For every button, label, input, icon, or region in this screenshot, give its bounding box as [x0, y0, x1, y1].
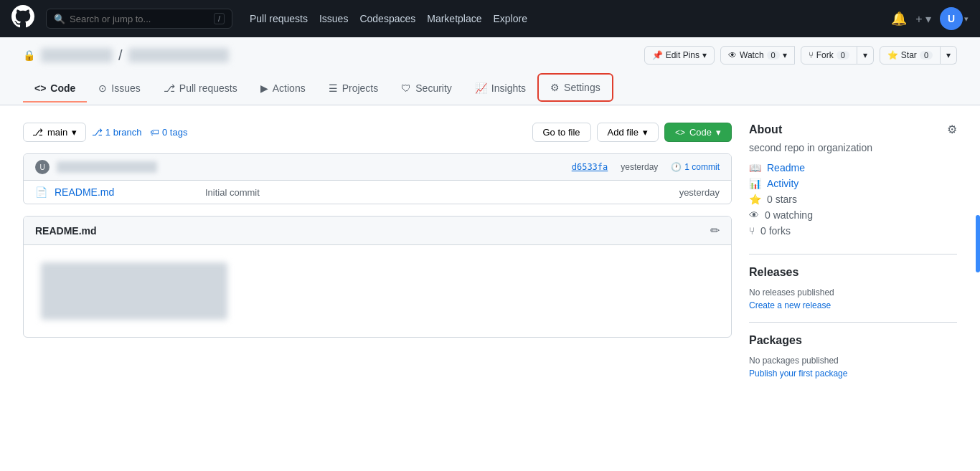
pr-icon: ⎇: [164, 82, 175, 94]
code-button[interactable]: <> Code ▾: [664, 123, 732, 142]
commit-hash-link[interactable]: d6533fa: [572, 162, 608, 172]
branch-selector[interactable]: ⎇ main ▾: [23, 123, 86, 142]
packages-section: Packages No packages published Publish y…: [749, 334, 957, 379]
create-release-link[interactable]: Create a new release: [749, 300, 957, 310]
no-packages-text: No packages published: [749, 356, 957, 366]
repo-owner-blurred: [41, 48, 113, 62]
tab-actions[interactable]: ▶ Actions: [249, 75, 317, 103]
commit-time: yesterday: [621, 162, 658, 172]
search-input[interactable]: [70, 14, 209, 24]
readme-header: README.md ✏: [24, 217, 731, 245]
branch-count-link[interactable]: ⎇ 1 branch: [92, 127, 141, 138]
about-title: About: [749, 123, 782, 136]
repo-header: 🔒 / 📌 Edit Pins ▾ 👁 Watch 0 ▾: [0, 37, 980, 105]
branch-name: main: [47, 127, 67, 138]
tab-projects[interactable]: ☰ Projects: [317, 75, 390, 103]
code-chevron-icon: ▾: [716, 127, 721, 138]
divider-1: [749, 254, 957, 254]
about-links: 📖 Readme 📊 Activity ⭐ 0 stars 👁 0 watchi…: [749, 162, 957, 237]
issues-link[interactable]: Issues: [319, 13, 348, 24]
pull-requests-link[interactable]: Pull requests: [250, 13, 308, 24]
notifications-button[interactable]: 🔔: [891, 11, 907, 27]
tab-security[interactable]: 🛡 Security: [390, 75, 463, 103]
right-sidebar: About ⚙ second repo in organization 📖 Re…: [749, 123, 957, 471]
forks-link[interactable]: ⑂ 0 forks: [749, 225, 957, 237]
watch-group: 👁 Watch 0 ▾: [720, 46, 795, 65]
insights-icon: 📈: [475, 82, 487, 94]
watch-chevron-icon: ▾: [783, 50, 787, 60]
stars-link[interactable]: ⭐ 0 stars: [749, 194, 957, 205]
readme-link-icon: 📖: [749, 162, 761, 173]
readme-title: README.md: [35, 225, 97, 237]
watching-icon: 👁: [749, 209, 759, 221]
watching-link[interactable]: 👁 0 watching: [749, 209, 957, 221]
readme-edit-button[interactable]: ✏: [710, 224, 720, 237]
commit-header: U d6533fa yesterday 🕐 1 commit: [24, 154, 731, 181]
add-file-button[interactable]: Add file ▾: [597, 123, 659, 142]
security-icon: 🛡: [401, 82, 411, 94]
star-count: 0: [920, 51, 933, 60]
projects-icon: ☰: [329, 82, 338, 94]
tab-settings[interactable]: ⚙ Settings: [537, 73, 613, 102]
tag-count-link[interactable]: 🏷 0 tags: [150, 127, 187, 138]
codespaces-link[interactable]: Codespaces: [359, 13, 415, 24]
file-commit-message: Initial commit: [205, 187, 672, 198]
fork-button[interactable]: ⑂ Fork 0: [801, 46, 857, 65]
commit-author-avatar: U: [35, 160, 50, 174]
main-left: ⎇ main ▾ ⎇ 1 branch 🏷 0 tags Go to file: [23, 123, 732, 471]
marketplace-link[interactable]: Marketplace: [427, 13, 481, 24]
settings-icon: ⚙: [550, 82, 560, 93]
tab-code[interactable]: <> Code: [23, 75, 87, 103]
chevron-down-icon: ▾: [702, 50, 707, 60]
topnav-right: 🔔 + ▾ U ▾: [891, 7, 969, 30]
activity-icon: 📊: [749, 178, 761, 189]
issues-icon: ⊙: [98, 82, 107, 94]
star-group: ⭐ Star 0 ▾: [880, 46, 957, 65]
publish-package-link[interactable]: Publish your first package: [749, 368, 957, 379]
readme-blurred-content: [41, 262, 227, 320]
repo-visibility-icon: 🔒: [23, 49, 35, 61]
readme-link[interactable]: 📖 Readme: [749, 162, 957, 173]
branch-bar: ⎇ main ▾ ⎇ 1 branch 🏷 0 tags Go to file: [23, 123, 732, 142]
branch-meta: ⎇ 1 branch 🏷 0 tags: [92, 127, 187, 138]
file-table: U d6533fa yesterday 🕐 1 commit 📄 README.…: [23, 153, 732, 204]
about-section: About ⚙ second repo in organization 📖 Re…: [749, 123, 957, 237]
slash-key: /: [214, 13, 225, 24]
star-button[interactable]: ⭐ Star 0: [880, 46, 941, 65]
scrollbar-indicator[interactable]: [976, 215, 980, 272]
avatar[interactable]: U ▾: [940, 7, 969, 30]
tab-pull-requests[interactable]: ⎇ Pull requests: [152, 75, 249, 103]
add-file-chevron-icon: ▾: [643, 127, 648, 138]
edit-pins-button[interactable]: 📌 Edit Pins ▾: [644, 46, 715, 65]
star-dropdown-button[interactable]: ▾: [941, 46, 957, 65]
code-icon: <>: [34, 82, 46, 94]
file-name-link[interactable]: README.md: [55, 186, 198, 198]
search-box[interactable]: 🔍 /: [46, 9, 232, 29]
create-new-button[interactable]: + ▾: [915, 12, 931, 26]
about-gear-icon[interactable]: ⚙: [947, 123, 957, 136]
repo-meta-left: 🔒 /: [23, 47, 229, 64]
readme-content: [24, 245, 731, 337]
file-time: yesterday: [679, 187, 720, 198]
about-header: About ⚙: [749, 123, 957, 136]
divider-2: [749, 322, 957, 323]
readme-box: README.md ✏: [23, 216, 732, 338]
go-to-file-button[interactable]: Go to file: [532, 123, 591, 142]
star-stat-icon: ⭐: [749, 194, 761, 205]
commit-history-link[interactable]: 1 commit: [684, 162, 720, 172]
tab-issues[interactable]: ⊙ Issues: [87, 75, 151, 103]
fork-dropdown-button[interactable]: ▾: [857, 46, 874, 65]
activity-link[interactable]: 📊 Activity: [749, 178, 957, 189]
no-releases-text: No releases published: [749, 287, 957, 298]
repo-name-blurred: [128, 48, 229, 62]
file-icon: 📄: [35, 186, 47, 198]
avatar-image: U: [940, 7, 963, 30]
fork-count: 0: [837, 51, 849, 60]
tab-insights[interactable]: 📈 Insights: [463, 75, 537, 103]
main-content: ⎇ main ▾ ⎇ 1 branch 🏷 0 tags Go to file: [0, 105, 980, 471]
watch-button[interactable]: 👁 Watch 0 ▾: [720, 46, 795, 65]
releases-section: Releases No releases published Create a …: [749, 266, 957, 310]
github-logo-icon[interactable]: [11, 5, 34, 32]
explore-link[interactable]: Explore: [494, 13, 527, 24]
fork-icon: ⑂: [809, 50, 814, 60]
